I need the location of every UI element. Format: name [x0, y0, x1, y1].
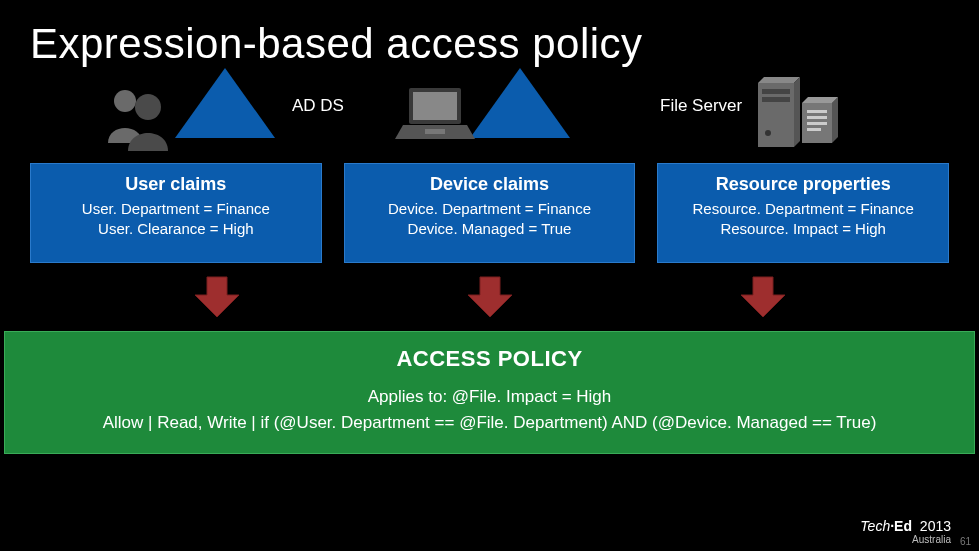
svg-rect-5	[413, 92, 457, 120]
claims-boxes-row: User claims User. Department = Finance U…	[0, 163, 979, 263]
svg-rect-20	[807, 128, 821, 131]
brand-ed: Ed	[894, 518, 912, 534]
svg-rect-19	[807, 122, 827, 125]
resource-properties-header: Resource properties	[664, 174, 942, 195]
device-claims-header: Device claims	[351, 174, 629, 195]
resource-properties-box: Resource properties Resource. Department…	[657, 163, 949, 263]
file-server-label: File Server	[660, 96, 742, 116]
icons-row: AD DS File Server	[0, 78, 979, 158]
people-icon	[100, 83, 175, 153]
device-claims-line1: Device. Department = Finance	[351, 199, 629, 219]
svg-marker-8	[758, 77, 800, 83]
arrows-row	[0, 275, 979, 319]
arrow-down-icon	[466, 275, 514, 319]
triangle-shape-2	[470, 68, 570, 138]
user-claims-line1: User. Department = Finance	[37, 199, 315, 219]
resource-properties-line1: Resource. Department = Finance	[664, 199, 942, 219]
device-claims-line2: Device. Managed = True	[351, 219, 629, 239]
svg-marker-0	[175, 68, 275, 138]
svg-marker-22	[468, 277, 512, 317]
adds-label: AD DS	[292, 96, 344, 116]
resource-properties-line2: Resource. Impact = High	[664, 219, 942, 239]
access-policy-applies: Applies to: @File. Impact = High	[15, 384, 964, 410]
triangle-shape-1	[175, 68, 275, 138]
svg-marker-9	[794, 77, 800, 147]
svg-point-2	[135, 94, 161, 120]
arrow-down-icon	[739, 275, 787, 319]
svg-marker-23	[741, 277, 785, 317]
svg-marker-3	[470, 68, 570, 138]
user-claims-header: User claims	[37, 174, 315, 195]
svg-point-13	[765, 130, 771, 136]
svg-rect-17	[807, 110, 827, 113]
access-policy-box: ACCESS POLICY Applies to: @File. Impact …	[4, 331, 975, 454]
user-claims-box: User claims User. Department = Finance U…	[30, 163, 322, 263]
access-policy-allow: Allow | Read, Write | if (@User. Departm…	[15, 410, 964, 436]
page-number: 61	[960, 536, 971, 547]
svg-marker-21	[195, 277, 239, 317]
device-claims-box: Device claims Device. Department = Finan…	[344, 163, 636, 263]
brand-tech: Tech	[860, 518, 890, 534]
server-icon	[750, 73, 840, 158]
svg-marker-15	[832, 97, 838, 143]
svg-point-1	[114, 90, 136, 112]
svg-rect-7	[425, 129, 445, 134]
arrow-down-icon	[193, 275, 241, 319]
brand-year: 2013	[920, 518, 951, 534]
slide-title: Expression-based access policy	[0, 0, 979, 68]
brand-sub: Australia	[860, 534, 951, 545]
brand-footer: Tech·Ed 2013 Australia	[860, 518, 951, 545]
access-policy-header: ACCESS POLICY	[15, 346, 964, 372]
svg-rect-18	[807, 116, 827, 119]
laptop-icon	[395, 83, 475, 143]
svg-rect-11	[762, 89, 790, 94]
svg-rect-12	[762, 97, 790, 102]
svg-marker-16	[802, 97, 838, 103]
user-claims-line2: User. Clearance = High	[37, 219, 315, 239]
